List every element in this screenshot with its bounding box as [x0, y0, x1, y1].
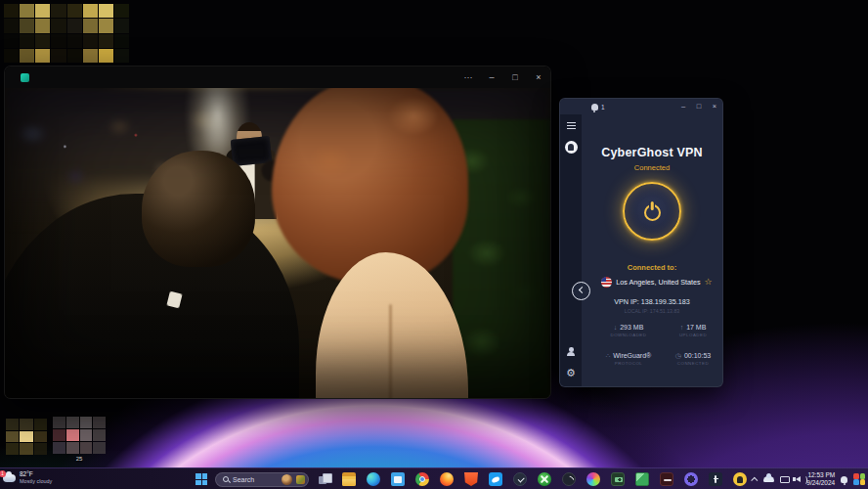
close-button[interactable]: × — [527, 67, 550, 88]
censored-desktop-icons-top[interactable] — [4, 4, 129, 63]
stat-value: 293 MB — [620, 324, 643, 331]
connection-status: Connected — [582, 163, 722, 172]
account-icon[interactable] — [566, 347, 576, 356]
close-button[interactable]: × — [707, 99, 722, 114]
censored-desktop-icon-bottom-2[interactable] — [53, 417, 106, 454]
stat-value: 17 MB — [686, 324, 706, 331]
cyberghost-logo-icon[interactable] — [565, 141, 578, 154]
file-explorer-icon[interactable] — [341, 471, 357, 487]
weather-temp: 82°F — [20, 470, 52, 478]
firefox-icon[interactable] — [439, 471, 455, 487]
connected-to-label: Connected to: — [582, 263, 722, 272]
maximize-button[interactable]: □ — [691, 99, 707, 114]
colorful-glyph — [586, 472, 600, 486]
cyberghost-glyph — [733, 472, 747, 486]
tray-date: 9/24/2024 — [806, 479, 835, 487]
timer-icon — [675, 352, 681, 359]
settings-gear-icon[interactable] — [566, 368, 576, 378]
edge-icon[interactable] — [366, 471, 381, 487]
gauge-icon[interactable] — [561, 471, 577, 487]
notifications-bell-icon[interactable] — [841, 476, 847, 483]
vpn-app-title: CyberGhost VPN — [582, 146, 722, 159]
vpn-titlebar[interactable]: 1 – □ × — [560, 99, 722, 114]
brave-glyph — [464, 472, 478, 486]
search-box[interactable]: Search — [215, 472, 309, 487]
camera-app-icon[interactable] — [610, 471, 626, 487]
server-row[interactable]: Los Angeles, United States ☆ — [591, 277, 722, 288]
taskbar: 1 82°F Mostly cloudy Search — [0, 467, 868, 489]
clock-widget[interactable]: 12:53 PM 9/24/2024 — [806, 471, 835, 488]
f-app-glyph — [709, 472, 722, 486]
search-highlight-image[interactable] — [282, 474, 292, 485]
f-app-icon[interactable] — [708, 471, 723, 487]
weather-cloud-icon: 1 — [3, 474, 16, 482]
video-player-glyph — [660, 472, 673, 486]
power-button[interactable] — [623, 182, 681, 241]
local-ip-text: LOCAL IP: 174.51.13.83 — [582, 308, 722, 314]
notification-bell-icon[interactable] — [591, 104, 598, 111]
minimize-button[interactable]: – — [480, 67, 503, 88]
camera-app-glyph — [611, 472, 625, 486]
video-player-window: ··· – □ × — [4, 66, 551, 399]
more-options-button[interactable]: ··· — [456, 67, 480, 88]
stat-label: UPLOADED — [658, 333, 723, 337]
colorful-app-tray-icon[interactable] — [853, 473, 865, 485]
video-window-titlebar[interactable]: ··· – □ × — [5, 67, 550, 88]
colorful-icon[interactable] — [586, 471, 601, 487]
weather-condition: Mostly cloudy — [20, 478, 52, 485]
video-player-icon[interactable] — [659, 471, 674, 487]
search-mini-image — [296, 475, 305, 484]
stat-downloaded: 293 MB DOWNLOADED — [593, 324, 664, 337]
gauge-glyph — [562, 472, 576, 486]
cube-app-icon[interactable] — [634, 471, 650, 487]
taskbar-pinned — [317, 471, 748, 487]
notification-count: 1 — [601, 104, 605, 111]
twitter-icon[interactable] — [488, 471, 503, 487]
edge-glyph — [367, 472, 380, 486]
store-glyph — [391, 472, 405, 486]
tray-time: 12:53 PM — [807, 471, 835, 479]
stat-label: CONNECTED — [658, 361, 723, 366]
start-button[interactable] — [194, 471, 209, 487]
tray-overflow-chevron-icon[interactable] — [752, 476, 759, 483]
desktop: 25 ··· – □ × — [0, 0, 868, 489]
video-scene[interactable] — [5, 88, 550, 398]
taskbar-center: Search — [194, 468, 748, 489]
twitter-glyph — [489, 472, 502, 486]
stat-protocol: WireGuard® PROTOCOL — [593, 352, 664, 366]
desktop-icon-label: 25 — [53, 456, 106, 462]
minimize-button[interactable]: – — [675, 99, 691, 114]
nb-icon[interactable] — [683, 471, 699, 487]
cyberghost-icon[interactable] — [732, 471, 748, 487]
favorite-star-icon[interactable]: ☆ — [705, 278, 713, 287]
menu-icon[interactable] — [567, 122, 576, 129]
upload-arrow-icon — [680, 324, 684, 331]
download-arrow-icon — [614, 324, 618, 331]
store-icon[interactable] — [390, 471, 406, 487]
xbox-icon[interactable] — [537, 471, 552, 487]
vpn-sidebar — [560, 114, 582, 387]
onedrive-cloud-icon[interactable] — [763, 476, 774, 482]
file-explorer-glyph — [342, 472, 356, 486]
stat-label: DOWNLOADED — [593, 333, 664, 337]
dark-check-icon[interactable] — [512, 471, 528, 487]
stat-label: PROTOCOL — [593, 361, 664, 366]
volume-icon[interactable] — [796, 476, 801, 482]
search-icon — [223, 476, 229, 482]
chrome-icon[interactable] — [414, 471, 430, 487]
weather-text: 82°F Mostly cloudy — [20, 470, 52, 485]
censored-desktop-icon-bottom-1[interactable] — [6, 419, 47, 455]
server-name: Los Angeles, United States — [616, 278, 700, 287]
display-icon[interactable] — [780, 476, 790, 483]
maximize-button[interactable]: □ — [503, 67, 527, 88]
vpn-body: CyberGhost VPN Connected Connected to: L… — [560, 114, 722, 387]
stat-value: 00:10:53 — [684, 352, 711, 359]
stat-connected-time: 00:10:53 CONNECTED — [658, 352, 723, 366]
cube-app-glyph — [635, 472, 649, 486]
nb-glyph — [684, 472, 698, 486]
task-view-icon[interactable] — [317, 471, 332, 487]
brave-icon[interactable] — [463, 471, 479, 487]
weather-widget[interactable]: 1 82°F Mostly cloudy — [3, 470, 52, 485]
video-app-icon — [21, 73, 29, 82]
vignette — [5, 88, 550, 398]
